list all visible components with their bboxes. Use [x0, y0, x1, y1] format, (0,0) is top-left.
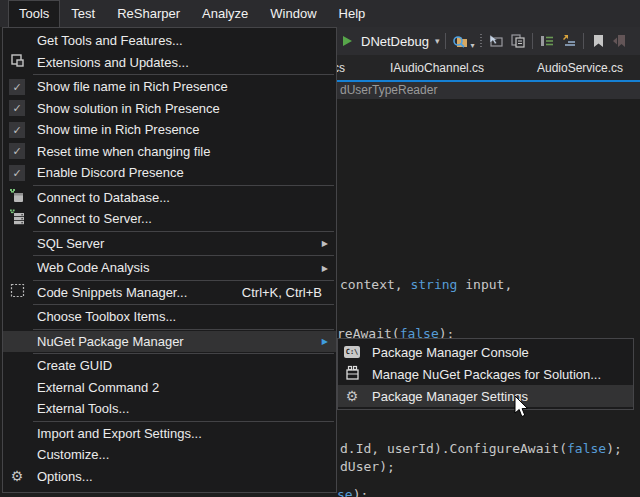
toolbar-separator: [583, 33, 584, 49]
menu-item-label: External Command 2: [37, 380, 159, 395]
nuget-submenu: C:\Package Manager ConsoleManage NuGet P…: [337, 338, 634, 410]
menu-item-label: Get Tools and Features...: [37, 33, 183, 48]
menu-item-label: Enable Discord Presence: [37, 165, 184, 180]
menu-item-label: External Tools...: [37, 401, 129, 416]
menu-item-reset-time-when-changing-file[interactable]: ✓Reset time when changing file: [3, 141, 336, 163]
menu-item-gutter: [3, 188, 31, 207]
menu-item-gutter: ✓: [3, 165, 31, 181]
menu-item-gutter: C:\: [338, 346, 366, 358]
menu-item-extensions-and-updates[interactable]: Extensions and Updates...: [3, 52, 336, 74]
menu-item-label: Web Code Analysis: [37, 260, 150, 275]
menu-item-get-tools-and-features[interactable]: Get Tools and Features...: [3, 30, 336, 52]
toolbar-separator: [445, 33, 446, 49]
menu-item-code-snippets-manager[interactable]: Code Snippets Manager...Ctrl+K, Ctrl+B: [3, 282, 336, 304]
tab-audioservice[interactable]: AudioService.cs: [537, 61, 623, 75]
editor-navigation-bar[interactable]: dUserTypeReader: [337, 82, 640, 99]
checkmark-icon: ✓: [9, 122, 25, 138]
checkmark-icon: ✓: [9, 79, 25, 95]
find-in-files-icon[interactable]: [452, 33, 468, 49]
increase-indent-icon[interactable]: [561, 33, 577, 49]
console-icon: C:\: [344, 346, 361, 358]
menu-item-package-manager-settings[interactable]: ⚙Package Manager Settings: [338, 385, 633, 407]
decrease-indent-icon[interactable]: [539, 33, 555, 49]
code-line: d.Id, userId).ConfigureAwait(false);: [340, 441, 622, 456]
menu-item-gutter: [3, 209, 31, 228]
menu-item-label: Show solution in Rich Presence: [37, 101, 220, 116]
document-tab-strip: cs IAudioChannel.cs AudioService.cs: [337, 55, 640, 82]
database-connect-icon: [9, 188, 25, 207]
menu-item-gutter: ✓: [3, 143, 31, 159]
tab-iaudiochannel[interactable]: IAudioChannel.cs: [390, 61, 484, 75]
menu-item-gutter: ⚙: [3, 469, 31, 483]
type-breadcrumb[interactable]: dUserTypeReader: [340, 83, 437, 97]
menu-item-web-code-analysis[interactable]: Web Code Analysis▶: [3, 257, 336, 279]
menu-item-label: Extensions and Updates...: [37, 55, 189, 70]
menu-separator: [33, 329, 334, 330]
menu-item-choose-toolbox-items[interactable]: Choose Toolbox Items...: [3, 306, 336, 328]
toolbar-grip[interactable]: [480, 34, 482, 48]
menu-item-gutter: [3, 283, 31, 301]
menu-item-import-and-export-settings[interactable]: Import and Export Settings...: [3, 423, 336, 445]
menu-item-label: Show file name in Rich Presence: [37, 79, 228, 94]
menu-item-enable-discord-presence[interactable]: ✓Enable Discord Presence: [3, 162, 336, 184]
menu-item-sql-server[interactable]: SQL Server▶: [3, 233, 336, 255]
menu-item-connect-to-database[interactable]: Connect to Database...: [3, 187, 336, 209]
chevron-down-icon[interactable]: ▾: [435, 36, 440, 46]
menubar-item-window[interactable]: Window: [259, 0, 327, 27]
checkmark-icon: ✓: [9, 100, 25, 116]
menu-item-connect-to-server[interactable]: Connect to Server...: [3, 208, 336, 230]
code-line: context, string input,: [340, 277, 512, 292]
menu-item-gutter: [3, 53, 31, 71]
code-line: se);: [337, 487, 368, 497]
checkmark-icon: ✓: [9, 165, 25, 181]
menu-item-gutter: ⚙: [338, 389, 366, 403]
menu-item-label: Connect to Database...: [37, 190, 170, 205]
menu-separator: [33, 304, 334, 305]
submenu-arrow-icon: ▶: [322, 263, 328, 272]
menu-item-external-command-2[interactable]: External Command 2: [3, 377, 336, 399]
menubar-item-test[interactable]: Test: [60, 0, 106, 27]
standard-toolbar: DNetDebug ▾ ▾: [337, 27, 640, 55]
menu-item-label: Package Manager Settings: [372, 389, 528, 404]
package-icon: [345, 365, 360, 383]
submenu-arrow-icon: ▶: [322, 337, 328, 346]
menu-item-show-file-name-in-rich-presence[interactable]: ✓Show file name in Rich Presence: [3, 76, 336, 98]
menu-item-show-time-in-rich-presence[interactable]: ✓Show time in Rich Presence: [3, 119, 336, 141]
solution-config-dropdown[interactable]: DNetDebug: [361, 34, 429, 49]
menubar: ToolsTestReSharperAnalyzeWindowHelp: [0, 0, 640, 27]
menubar-item-help[interactable]: Help: [328, 0, 377, 27]
menu-separator: [33, 280, 334, 281]
menu-item-options[interactable]: ⚙Options...: [3, 466, 336, 488]
find-options-chevron-icon[interactable]: ▾: [470, 41, 474, 50]
menu-separator: [33, 185, 334, 186]
menu-item-gutter: ✓: [3, 79, 31, 95]
menu-item-external-tools[interactable]: External Tools...: [3, 398, 336, 420]
menu-item-label: SQL Server: [37, 236, 104, 251]
menu-item-manage-nuget-packages-for-solution[interactable]: Manage NuGet Packages for Solution...: [338, 363, 633, 385]
menu-item-label: Options...: [37, 469, 93, 484]
code-editor[interactable]: context, string input,reAwait(false);d.I…: [337, 99, 640, 497]
submenu-arrow-icon: ▶: [322, 239, 328, 248]
menubar-item-analyze[interactable]: Analyze: [191, 0, 259, 27]
menubar-item-resharper[interactable]: ReSharper: [106, 0, 191, 27]
menu-item-label: Customize...: [37, 447, 109, 462]
menu-item-show-solution-in-rich-presence[interactable]: ✓Show solution in Rich Presence: [3, 98, 336, 120]
server-connect-icon: [9, 209, 25, 228]
menu-item-create-guid[interactable]: Create GUID: [3, 355, 336, 377]
menubar-item-tools[interactable]: Tools: [8, 0, 60, 27]
menu-item-nuget-package-manager[interactable]: NuGet Package Manager▶: [3, 331, 336, 353]
menu-item-label: Connect to Server...: [37, 211, 152, 226]
navigate-backward-icon[interactable]: [488, 33, 504, 49]
previous-bookmark-icon[interactable]: [612, 33, 628, 49]
menu-item-package-manager-console[interactable]: C:\Package Manager Console: [338, 341, 633, 363]
menu-item-shortcut: Ctrl+K, Ctrl+B: [242, 285, 336, 300]
toggle-bookmark-icon[interactable]: [590, 33, 606, 49]
menu-item-customize[interactable]: Customize...: [3, 444, 336, 466]
menu-separator: [33, 353, 334, 354]
menu-item-label: Package Manager Console: [372, 345, 529, 360]
start-debug-icon[interactable]: [339, 33, 355, 49]
copy-reference-icon[interactable]: [510, 33, 526, 49]
gear-icon: ⚙: [11, 469, 24, 483]
menu-item-label: Manage NuGet Packages for Solution...: [372, 367, 601, 382]
menu-separator: [33, 255, 334, 256]
